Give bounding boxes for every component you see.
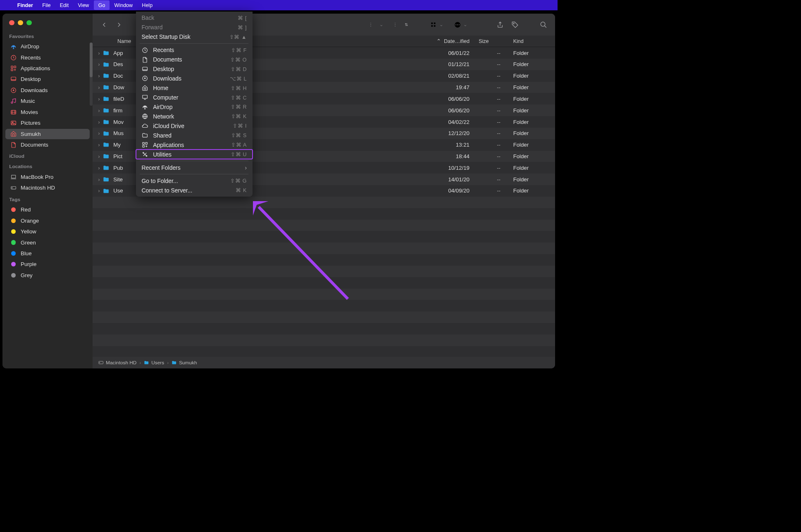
menu-file[interactable]: File (38, 0, 55, 10)
menu-item-home[interactable]: Home⇧⌘ H (136, 83, 253, 93)
menu-go[interactable]: Go (94, 0, 110, 10)
menu-edit[interactable]: Edit (55, 0, 74, 10)
sidebar-item-yellow[interactable]: Yellow (5, 226, 90, 237)
menu-item-recents[interactable]: Recents⇧⌘ F (136, 45, 253, 55)
disclosure-icon[interactable]: › (93, 50, 100, 56)
path-segment[interactable]: Macintosh HD (98, 360, 136, 366)
menu-window[interactable]: Window (110, 0, 137, 10)
menu-item-go-to-folder[interactable]: Go to Folder...⇧⌘ G (136, 176, 253, 185)
file-date: 14/01/20 (429, 176, 474, 183)
doc-icon (141, 57, 148, 63)
close-window-button[interactable] (9, 20, 14, 26)
menu-item-airdrop[interactable]: AirDrop⇧⌘ R (136, 102, 253, 112)
sidebar-item-purple[interactable]: Purple (5, 259, 90, 269)
menu-item-desktop[interactable]: Desktop⇧⌘ D (136, 64, 253, 74)
sidebar-item-label: AirDrop (21, 43, 39, 50)
menu-item-documents[interactable]: Documents⇧⌘ O (136, 55, 253, 64)
disclosure-icon[interactable]: › (93, 188, 100, 194)
tags-button[interactable] (509, 19, 522, 31)
tag-icon (10, 272, 17, 278)
airdrop-icon (141, 104, 148, 110)
menu-help[interactable]: Help (137, 0, 157, 10)
sidebar-item-recents[interactable]: Recents (5, 52, 90, 63)
disclosure-icon[interactable]: › (93, 119, 100, 125)
sidebar-item-documents[interactable]: Documents (5, 140, 90, 150)
disclosure-icon[interactable]: › (93, 176, 100, 183)
disclosure-icon[interactable]: › (93, 84, 100, 90)
view-options-button[interactable]: ⌵ (430, 21, 442, 28)
menu-item-select-startup-disk[interactable]: Select Startup Disk⇧⌘ ▲ (136, 32, 253, 42)
sidebar-item-blue[interactable]: Blue (5, 248, 90, 259)
sidebar-item-airdrop[interactable]: AirDrop (5, 41, 90, 52)
disclosure-icon[interactable]: › (93, 130, 100, 136)
desktop-icon (10, 76, 17, 82)
menu-item-downloads[interactable]: Downloads⌥⌘ L (136, 74, 253, 83)
svg-point-35 (457, 24, 458, 25)
file-kind: Folder (509, 96, 555, 102)
column-size[interactable]: Size (474, 38, 509, 44)
svg-point-20 (370, 23, 371, 23)
forward-button[interactable] (113, 19, 126, 31)
file-date: 04/02/22 (429, 119, 474, 125)
sidebar-scrollbar[interactable] (90, 43, 93, 106)
menu-item-shared[interactable]: Shared⇧⌘ S (136, 131, 253, 140)
file-kind: Folder (509, 130, 555, 136)
path-segment[interactable]: Users (144, 360, 164, 366)
disclosure-icon[interactable]: › (93, 61, 100, 67)
svg-point-28 (395, 26, 396, 26)
clock-icon (10, 55, 17, 61)
path-segment[interactable]: Sumukh (172, 360, 197, 366)
sidebar-item-orange[interactable]: Orange (5, 216, 90, 226)
disclosure-icon[interactable]: › (93, 73, 100, 79)
sidebar-item-music[interactable]: Music (5, 96, 90, 106)
back-button[interactable] (98, 19, 111, 31)
sidebar-item-desktop[interactable]: Desktop (5, 74, 90, 84)
menu-item-recent-folders[interactable]: Recent Folders› (136, 163, 253, 172)
menu-item-utilities[interactable]: Utilities⇧⌘ U (136, 150, 253, 159)
disclosure-icon[interactable]: › (93, 96, 100, 102)
sidebar-item-pictures[interactable]: Pictures (5, 118, 90, 128)
search-button[interactable] (537, 19, 550, 31)
disclosure-icon[interactable]: › (93, 142, 100, 148)
column-kind[interactable]: Kind (509, 38, 555, 44)
menu-item-shortcut: ⌘ [ (238, 15, 247, 21)
menu-app[interactable]: Finder (13, 0, 38, 10)
sidebar-item-macintosh-hd[interactable]: Macintosh HD (5, 183, 90, 193)
sidebar-item-applications[interactable]: Applications (5, 63, 90, 74)
sidebar-section-locations: Locations (2, 161, 93, 171)
menu-item-label: Utilities (153, 151, 226, 158)
sidebar-item-red[interactable]: Red (5, 204, 90, 215)
menu-item-applications[interactable]: Applications⇧⌘ A (136, 140, 253, 150)
view-list-button[interactable]: ⌵ (369, 21, 382, 28)
menu-item-shortcut: ⌥⌘ L (230, 76, 247, 82)
column-date[interactable]: ⌃Date…ified (429, 38, 474, 44)
svg-rect-30 (434, 23, 435, 24)
svg-point-16 (12, 188, 12, 188)
menu-item-connect-to-server[interactable]: Connect to Server...⌘ K (136, 185, 253, 195)
sidebar-item-downloads[interactable]: Downloads (5, 85, 90, 95)
sidebar-item-green[interactable]: Green (5, 238, 90, 248)
sidebar-item-macbook-pro[interactable]: MacBook Pro (5, 172, 90, 182)
menu-item-icloud-drive[interactable]: iCloud Drive⇧⌘ I (136, 121, 253, 131)
grid-icon (10, 65, 17, 71)
menu-item-network[interactable]: Network⇧⌘ K (136, 112, 253, 121)
svg-point-34 (455, 24, 456, 25)
group-button[interactable]: ⇅ (393, 21, 408, 28)
zoom-window-button[interactable] (26, 20, 32, 26)
menu-item-shortcut: ⇧⌘ R (231, 104, 247, 110)
menu-view[interactable]: View (73, 0, 93, 10)
chevron-down-icon: ⌵ (380, 23, 382, 27)
sidebar: FavouritesAirDropRecentsApplicationsDesk… (2, 14, 93, 368)
sidebar-item-movies[interactable]: Movies (5, 107, 90, 117)
sidebar-item-sumukh[interactable]: Sumukh (5, 129, 90, 139)
sidebar-item-grey[interactable]: Grey (5, 270, 90, 280)
svg-point-41 (100, 363, 100, 363)
share-button[interactable] (493, 19, 506, 31)
download-icon (141, 75, 148, 81)
menu-item-computer[interactable]: Computer⇧⌘ C (136, 93, 253, 102)
minimize-window-button[interactable] (18, 20, 23, 26)
action-button[interactable]: ⌵ (454, 21, 466, 28)
disclosure-icon[interactable]: › (93, 153, 100, 159)
disclosure-icon[interactable]: › (93, 107, 100, 114)
disclosure-icon[interactable]: › (93, 165, 100, 171)
